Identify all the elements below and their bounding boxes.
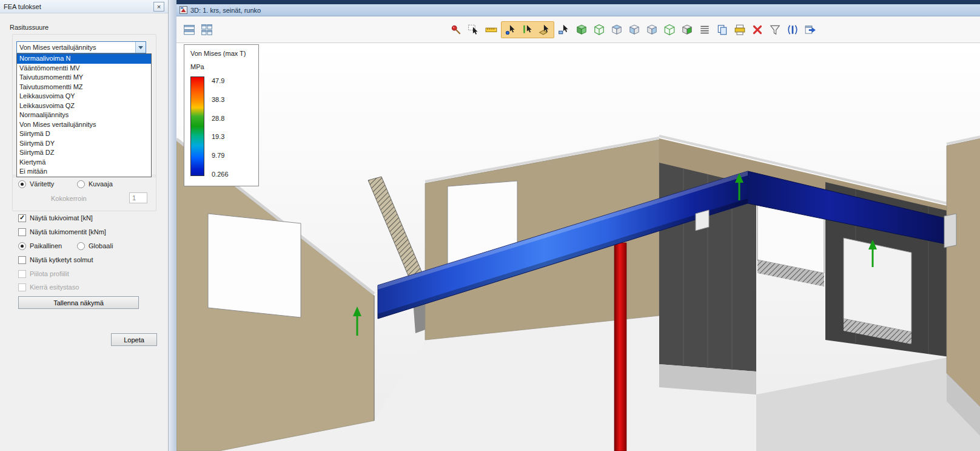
checkbox-icon: ✓	[18, 228, 26, 236]
mdi-frame-strip	[176, 0, 980, 4]
export-view-icon[interactable]	[802, 22, 818, 38]
dropdown-item[interactable]: Siirtymä DZ	[17, 148, 151, 158]
scale-factor-input	[129, 192, 147, 203]
wall-far-right	[947, 138, 980, 407]
measure-icon[interactable]	[483, 22, 499, 38]
legend-panel: Von Mises (max T) MPa 47.9 38.3 28.8 19.…	[184, 44, 259, 186]
panel-divider	[169, 0, 176, 451]
checkbox-hide-profiles: ✓ Piilota profiilit	[18, 270, 69, 278]
support-forces-label: Näytä tukivoimat [kN]	[30, 214, 93, 222]
legend-value: 19.3	[212, 133, 229, 140]
pick-face-icon[interactable]	[537, 22, 552, 38]
print-icon[interactable]	[732, 22, 748, 38]
hide-profiles-label: Piilota profiilit	[30, 270, 69, 277]
dialog-titlebar: FEA tulokset ×	[0, 0, 168, 13]
dropdown-item[interactable]: Normaalivoima N	[17, 54, 151, 64]
dropdown-item[interactable]: Normaalijännitys	[17, 110, 151, 120]
window-left	[208, 214, 301, 317]
rotate-plane-label: Kierrä esitystaso	[30, 283, 79, 291]
column-red	[614, 243, 626, 451]
dropdown-item[interactable]: Leikkausvoima QY	[17, 92, 151, 101]
section-icon[interactable]	[785, 22, 800, 38]
checkbox-support-moments[interactable]: ✓ Näytä tukimomentit [kNm]	[18, 228, 106, 236]
beam-end-plate	[944, 214, 956, 248]
legend-unit: MPa	[190, 63, 253, 70]
dropdown-item[interactable]: Vääntömomentti MV	[17, 64, 151, 73]
highlight-face-icon[interactable]	[679, 22, 695, 38]
dropdown-item[interactable]: Taivutusmomentti MZ	[17, 83, 151, 92]
dropdown-item[interactable]: Von Mises vertailujännitys	[17, 120, 151, 130]
filter-icon[interactable]	[767, 22, 783, 38]
dropdown-item[interactable]: Siirtymä DY	[17, 139, 151, 149]
radio-local[interactable]: Paikallinen	[18, 242, 62, 250]
dropdown-item[interactable]: Leikkausvoima QZ	[17, 101, 151, 111]
pick-line-icon[interactable]	[520, 22, 535, 38]
dialog-title: FEA tulokset	[4, 3, 41, 10]
close-icon: ×	[157, 3, 161, 10]
legend-title: Von Mises (max T)	[190, 50, 253, 57]
radio-global[interactable]: Globaali	[77, 242, 113, 250]
dialog-body: Rasitussuure Von Mises vertailujännitys …	[0, 13, 168, 451]
list-icon[interactable]	[697, 22, 713, 38]
grid-windows-icon[interactable]	[199, 22, 215, 38]
viewport-toolbar	[176, 16, 980, 43]
legend-value: 47.9	[212, 77, 229, 84]
tile-windows-icon[interactable]	[181, 22, 197, 38]
pick-node-icon[interactable]	[503, 22, 519, 38]
stress-quantity-combobox[interactable]: Von Mises vertailujännitys	[16, 41, 146, 53]
save-view-button[interactable]: Tallenna näkymä	[18, 296, 139, 309]
pick-mode-group	[501, 21, 554, 38]
delete-icon[interactable]	[750, 22, 765, 38]
viewport-icon	[180, 6, 187, 14]
dropdown-item[interactable]: Taivutusmomentti MY	[17, 73, 151, 83]
face-front-icon[interactable]	[644, 22, 660, 38]
scene-3d[interactable]: Von Mises (max T) MPa 47.9 38.3 28.8 19.…	[176, 43, 980, 451]
radio-colored[interactable]: Väritetty	[18, 180, 54, 188]
pick-part-icon[interactable]	[556, 22, 572, 38]
checkbox-icon: ✓	[18, 256, 26, 264]
dropdown-item[interactable]: Siirtymä D	[17, 129, 151, 139]
fea-results-panel: FEA tulokset × Rasitussuure Von Mises ve…	[0, 0, 169, 451]
radio-colored-label: Väritetty	[30, 180, 54, 188]
radio-icon	[77, 242, 85, 250]
radio-icon	[18, 180, 26, 188]
close-button[interactable]: ×	[153, 2, 164, 12]
legend-values: 47.9 38.3 28.8 19.3 9.79 0.266	[212, 76, 229, 178]
checkbox-rotate-plane: ✓ Kierrä esitystaso	[18, 283, 79, 291]
face-top-icon[interactable]	[609, 22, 625, 38]
radio-icon	[18, 242, 26, 250]
scale-factor-label: Kokokerroin	[51, 195, 87, 202]
legend-value: 9.79	[212, 152, 229, 159]
combobox-value: Von Mises vertailujännitys	[17, 44, 135, 51]
radio-icon	[77, 180, 85, 188]
dropdown-item[interactable]: Kiertymä	[17, 158, 151, 168]
stress-quantity-dropdown: Normaalivoima N Vääntömomentti MV Taivut…	[16, 53, 152, 177]
window-right	[844, 238, 911, 332]
legend-colorbar	[190, 76, 204, 176]
pin-icon[interactable]	[448, 22, 464, 38]
select-area-icon[interactable]	[466, 22, 482, 38]
solid-view-icon[interactable]	[574, 22, 589, 38]
scene-render[interactable]	[176, 43, 980, 451]
checkbox-icon: ✓	[18, 283, 26, 291]
checkbox-support-forces[interactable]: ✓ Näytä tukivoimat [kN]	[18, 214, 93, 222]
wire-box-icon[interactable]	[662, 22, 677, 38]
xray-view-icon[interactable]	[591, 22, 607, 38]
copy-icon[interactable]	[714, 22, 730, 38]
radio-graph[interactable]: Kuvaaja	[77, 180, 113, 188]
legend-value: 28.8	[212, 115, 229, 122]
legend-value: 38.3	[212, 96, 229, 103]
beam-plate	[696, 210, 709, 231]
quit-button[interactable]: Lopeta	[111, 333, 157, 346]
checkbox-linked-nodes[interactable]: ✓ Näytä kytketyt solmut	[18, 256, 93, 264]
dropdown-arrow-icon[interactable]	[135, 42, 146, 53]
face-side-icon[interactable]	[626, 22, 642, 38]
checkbox-icon: ✓	[18, 270, 26, 278]
radio-global-label: Globaali	[89, 242, 113, 249]
viewport-title: 3D: 1. krs, seinät, runko	[190, 7, 261, 14]
checkbox-icon: ✓	[18, 214, 26, 222]
viewport-titlebar: 3D: 1. krs, seinät, runko	[176, 4, 980, 16]
radio-graph-label: Kuvaaja	[89, 180, 113, 188]
viewport-window: 3D: 1. krs, seinät, runko	[176, 0, 980, 451]
dropdown-item[interactable]: Ei mitään	[17, 167, 151, 177]
